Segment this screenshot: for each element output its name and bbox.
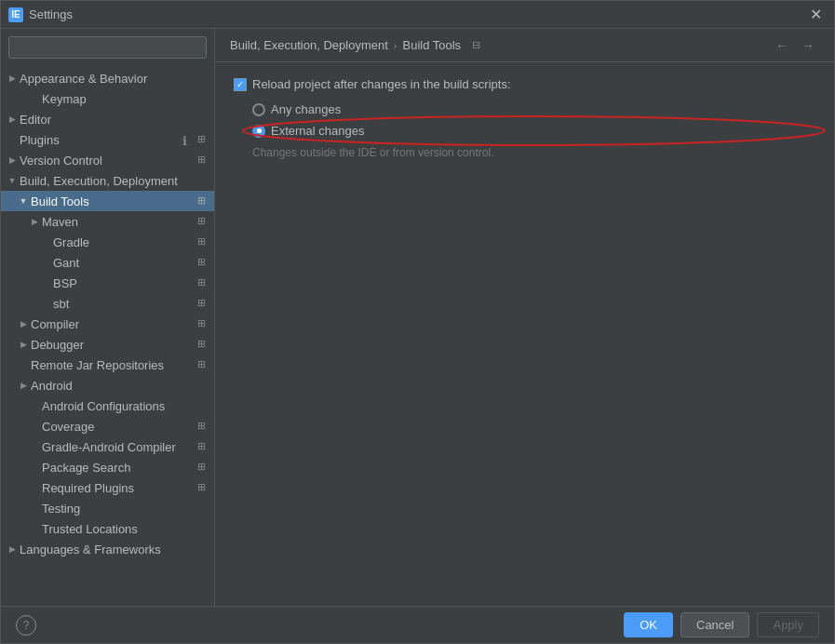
content-area: ▶ Appearance & Behavior ▶ Keymap ▶ Edito…: [1, 29, 834, 606]
expand-arrow-build: ▼: [5, 173, 20, 188]
sidebar-item-testing[interactable]: ▶ Testing: [1, 498, 214, 518]
settings-window: IE Settings ✕ ▶ Appearance & Behavior ▶ …: [0, 0, 835, 644]
window-title: Settings: [29, 7, 804, 21]
sidebar-item-trusted-locations[interactable]: ▶ Trusted Locations: [1, 518, 214, 539]
sidebar-item-required-plugins[interactable]: ▶ Required Plugins ⊞: [1, 477, 214, 498]
checkbox-check-icon: ✓: [236, 79, 244, 89]
footer: ? OK Cancel Apply: [1, 606, 834, 643]
sidebar-item-bsp[interactable]: ▶ BSP ⊞: [1, 273, 214, 293]
sidebar-item-version-control[interactable]: ▶ Version Control ⊞: [1, 150, 214, 170]
sidebar-item-keymap[interactable]: ▶ Keymap: [1, 88, 214, 109]
sidebar-item-gant[interactable]: ▶ Gant ⊞: [1, 252, 214, 273]
radio-external-changes-row[interactable]: External changes: [252, 124, 815, 138]
radio-external-changes-circle[interactable]: [252, 125, 265, 138]
sidebar-item-label: Version Control: [20, 154, 197, 168]
sidebar-item-label: Keymap: [42, 92, 214, 106]
sidebar-item-label: Coverage: [42, 420, 197, 434]
settings-icon: ⊞: [197, 440, 210, 453]
settings-icon: ⊞: [197, 154, 210, 167]
sidebar-item-maven[interactable]: ▶ Maven ⊞: [1, 211, 214, 232]
pin-icon: ⊟: [472, 39, 485, 52]
settings-panel: ✓ Reload project after changes in the bu…: [215, 62, 834, 606]
search-input[interactable]: [8, 36, 207, 59]
sidebar-item-label: Build, Execution, Deployment: [20, 174, 214, 188]
sidebar-item-android[interactable]: ▶ Android: [1, 375, 214, 396]
settings-icon: ⊞: [197, 420, 210, 433]
hint-text: Changes outside the IDE or from version …: [234, 146, 493, 159]
breadcrumb-current: Build Tools: [402, 38, 461, 52]
expand-arrow-maven: ▶: [27, 214, 42, 229]
help-button[interactable]: ?: [16, 615, 36, 636]
expand-arrow-languages: ▶: [5, 542, 20, 557]
sidebar-item-compiler[interactable]: ▶ Compiler ⊞: [1, 314, 214, 334]
radio-external-changes-label: External changes: [271, 124, 364, 138]
reload-project-label: Reload project after changes in the buil…: [252, 77, 511, 91]
reload-project-checkbox-label[interactable]: ✓ Reload project after changes in the bu…: [234, 77, 511, 91]
radio-group: Any changes External changes: [234, 102, 815, 138]
sidebar-item-label: Maven: [42, 215, 197, 229]
radio-dot: [257, 128, 262, 133]
settings-icon: ⊞: [197, 481, 210, 494]
sidebar-item-package-search[interactable]: ▶ Package Search ⊞: [1, 457, 214, 477]
sidebar-item-label: Gant: [53, 256, 197, 270]
sidebar-item-plugins[interactable]: ▶ Plugins ℹ ⊞: [1, 129, 214, 150]
breadcrumb-parent: Build, Execution, Deployment: [230, 38, 388, 52]
app-icon: IE: [8, 7, 23, 22]
sidebar: ▶ Appearance & Behavior ▶ Keymap ▶ Edito…: [1, 29, 215, 606]
radio-any-changes-label: Any changes: [271, 102, 341, 116]
close-button[interactable]: ✕: [804, 4, 827, 26]
sidebar-item-android-configurations[interactable]: ▶ Android Configurations: [1, 396, 214, 416]
sidebar-item-appearance-behavior[interactable]: ▶ Appearance & Behavior: [1, 68, 214, 88]
nav-back-button[interactable]: ←: [771, 34, 793, 57]
main-content: Build, Execution, Deployment › Build Too…: [215, 29, 834, 606]
settings-icon: ⊞: [197, 358, 210, 371]
sidebar-item-label: Trusted Locations: [42, 522, 214, 536]
sidebar-item-label: Gradle: [53, 235, 197, 249]
expand-arrow-version-control: ▶: [5, 153, 20, 168]
sidebar-item-build-tools[interactable]: ▼ Build Tools ⊞: [1, 191, 214, 211]
sidebar-item-label: Languages & Frameworks: [20, 543, 214, 557]
sidebar-item-editor[interactable]: ▶ Editor: [1, 109, 214, 129]
sidebar-item-coverage[interactable]: ▶ Coverage ⊞: [1, 416, 214, 436]
sidebar-item-label: Debugger: [31, 338, 197, 352]
expand-arrow-appearance: ▶: [5, 71, 20, 86]
nav-forward-button[interactable]: →: [797, 34, 819, 57]
sidebar-item-remote-jar[interactable]: ▶ Remote Jar Repositories ⊞: [1, 355, 214, 375]
settings-icon: ⊞: [197, 256, 210, 269]
radio-any-changes-circle[interactable]: [252, 103, 265, 116]
expand-arrow-compiler: ▶: [16, 316, 31, 331]
settings-icon: ⊞: [197, 235, 210, 248]
sidebar-item-label: Plugins: [20, 133, 182, 147]
titlebar: IE Settings ✕: [1, 1, 834, 29]
expand-arrow-build-tools: ▼: [16, 194, 31, 208]
cancel-button[interactable]: Cancel: [680, 612, 749, 637]
sidebar-item-label: Compiler: [31, 317, 197, 331]
apply-button[interactable]: Apply: [757, 612, 819, 637]
expand-arrow-android: ▶: [16, 378, 31, 393]
sidebar-item-label: Editor: [20, 113, 214, 127]
breadcrumb-arrow: ›: [394, 40, 397, 51]
settings-icon: ⊞: [197, 195, 210, 208]
footer-buttons: OK Cancel Apply: [624, 612, 819, 637]
sidebar-item-label: Package Search: [42, 461, 197, 475]
hint-row: Changes outside the IDE or from version …: [234, 145, 815, 159]
settings-icon: ⊞: [197, 461, 210, 474]
sidebar-item-sbt[interactable]: ▶ sbt ⊞: [1, 293, 214, 314]
sidebar-item-label: Gradle-Android Compiler: [42, 440, 197, 454]
expand-arrow-editor: ▶: [5, 112, 20, 127]
sidebar-item-debugger[interactable]: ▶ Debugger ⊞: [1, 334, 214, 355]
ok-button[interactable]: OK: [624, 612, 673, 637]
sidebar-item-gradle[interactable]: ▶ Gradle ⊞: [1, 232, 214, 252]
sidebar-item-label: Required Plugins: [42, 481, 197, 495]
sidebar-item-languages-frameworks[interactable]: ▶ Languages & Frameworks: [1, 539, 214, 559]
expand-arrow-debugger: ▶: [16, 337, 31, 352]
sidebar-item-label: sbt: [53, 297, 197, 311]
sidebar-item-label: Remote Jar Repositories: [31, 358, 197, 372]
sidebar-item-label: Build Tools: [31, 195, 197, 208]
sidebar-item-build-execution-deployment[interactable]: ▼ Build, Execution, Deployment: [1, 170, 214, 191]
sidebar-item-label: Appearance & Behavior: [20, 72, 214, 86]
reload-project-checkbox[interactable]: ✓: [234, 78, 247, 91]
sidebar-item-gradle-android-compiler[interactable]: ▶ Gradle-Android Compiler ⊞: [1, 436, 214, 457]
settings-icon: ⊞: [197, 215, 210, 228]
radio-any-changes-row[interactable]: Any changes: [252, 102, 815, 116]
